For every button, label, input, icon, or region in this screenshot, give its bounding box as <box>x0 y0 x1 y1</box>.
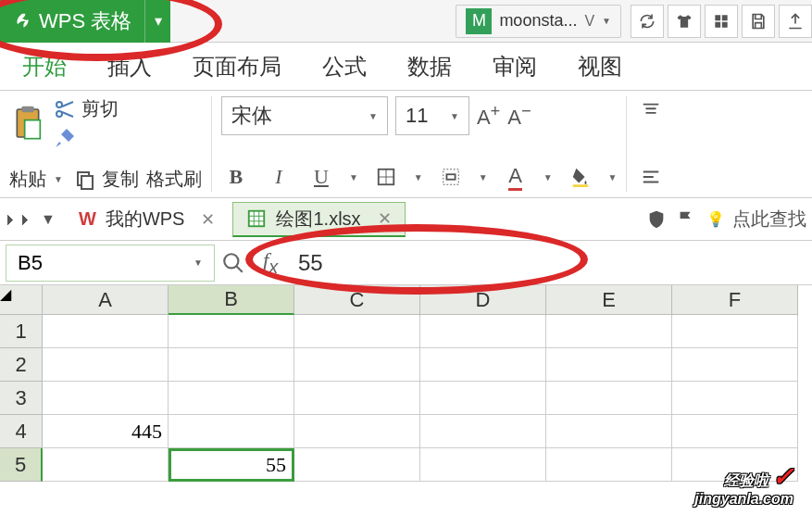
user-name: moonsta... <box>499 11 577 31</box>
tab-insert[interactable]: 插入 <box>107 48 152 85</box>
cell[interactable] <box>294 448 420 482</box>
cell[interactable] <box>420 382 546 415</box>
cell[interactable] <box>420 348 546 382</box>
group-font: 宋体▼ 11▼ A+ A− B I U ▼ ▼ ▼ A ▼ ▼ <box>212 96 628 192</box>
row-header-4[interactable]: 4 <box>0 415 43 448</box>
increase-font-button[interactable]: A+ <box>477 101 500 130</box>
cut-button[interactable]: 剪切 <box>54 96 119 121</box>
underline-button[interactable]: U <box>306 162 336 192</box>
group-clipboard: 剪切 粘贴 ▼ 复制 格式刷 <box>0 96 212 192</box>
cell[interactable] <box>169 315 294 348</box>
close-icon[interactable]: ✕ <box>378 208 392 229</box>
tab-data[interactable]: 数据 <box>407 48 452 85</box>
grid-icon[interactable] <box>705 5 738 38</box>
bold-button[interactable]: B <box>221 162 251 192</box>
col-header-f[interactable]: F <box>672 285 798 315</box>
formula-value[interactable]: 55 <box>289 250 323 276</box>
font-size-select[interactable]: 11▼ <box>395 96 469 135</box>
cell[interactable] <box>546 348 672 382</box>
fx-icon[interactable]: fx <box>252 245 289 282</box>
format-painter-label: 格式刷 <box>146 167 202 192</box>
font-color-button[interactable]: A <box>501 162 531 192</box>
col-header-b[interactable]: B <box>169 285 294 315</box>
align-top-button[interactable] <box>636 96 666 126</box>
search-hint[interactable]: 点此查找 <box>732 207 806 232</box>
cell[interactable] <box>672 415 798 448</box>
font-select[interactable]: 宋体▼ <box>221 96 388 135</box>
name-box[interactable]: B5 ▼ <box>6 245 215 282</box>
bulb-icon: 💡 <box>703 207 729 232</box>
cell[interactable] <box>672 382 798 415</box>
app-dropdown[interactable]: ▾ <box>144 0 170 43</box>
col-header-a[interactable]: A <box>43 285 169 315</box>
tab-review[interactable]: 审阅 <box>493 48 537 85</box>
zoom-icon[interactable] <box>215 245 252 282</box>
row-header-5[interactable]: 5 <box>0 448 43 482</box>
row-header-2[interactable]: 2 <box>0 348 43 382</box>
col-header-e[interactable]: E <box>546 285 672 315</box>
app-name: WPS 表格 <box>39 7 131 35</box>
cell[interactable] <box>43 348 169 382</box>
merge-button[interactable] <box>436 162 466 192</box>
border-button[interactable] <box>371 162 401 192</box>
paste-label: 粘贴 <box>9 167 46 192</box>
fill-color-button[interactable] <box>566 162 595 192</box>
cell[interactable] <box>169 382 294 415</box>
flag-icon[interactable] <box>673 207 699 232</box>
cell[interactable] <box>672 348 798 382</box>
col-header-d[interactable]: D <box>420 285 546 315</box>
tab-file-active[interactable]: 绘图1.xlsx ✕ <box>232 202 405 237</box>
tab-formula[interactable]: 公式 <box>322 48 367 85</box>
watermark: 经验啦 ✓ jingyanla.com <box>694 463 793 508</box>
tab-nav-dropdown[interactable]: ▼ <box>35 207 61 232</box>
cell[interactable] <box>43 382 169 415</box>
save-icon[interactable] <box>742 5 775 38</box>
wps-leaf-icon <box>13 12 31 31</box>
shirt-icon[interactable] <box>668 5 701 38</box>
shield-icon[interactable] <box>643 207 669 232</box>
cell[interactable] <box>43 315 169 348</box>
tab-layout[interactable]: 页面布局 <box>193 48 281 85</box>
tab-start[interactable]: 开始 <box>22 48 67 85</box>
tab-mywps[interactable]: W 我的WPS ✕ <box>65 202 229 237</box>
tab-view[interactable]: 视图 <box>578 48 622 85</box>
align-left-button[interactable] <box>636 162 666 192</box>
cell[interactable] <box>672 315 798 348</box>
cell[interactable] <box>546 382 672 415</box>
cell[interactable] <box>546 448 672 482</box>
copy-button[interactable]: 复制 <box>74 167 139 192</box>
cell[interactable] <box>420 448 546 482</box>
italic-button[interactable]: I <box>264 162 294 192</box>
cell[interactable] <box>43 448 169 482</box>
col-header-c[interactable]: C <box>294 285 420 315</box>
chevron-down-icon: ▼ <box>602 16 611 26</box>
app-name-badge[interactable]: WPS 表格 <box>0 0 144 43</box>
cell[interactable] <box>294 348 420 382</box>
upload-icon[interactable] <box>779 5 812 38</box>
format-painter-button[interactable] <box>54 127 119 149</box>
cell[interactable] <box>546 315 672 348</box>
cell[interactable] <box>546 415 672 448</box>
paste-button[interactable] <box>9 105 46 142</box>
cell-b5-active[interactable]: 55 <box>169 448 294 482</box>
row-header-1[interactable]: 1 <box>0 315 43 348</box>
cell[interactable] <box>169 415 294 448</box>
sync-icon[interactable] <box>631 5 664 38</box>
cell[interactable] <box>294 382 420 415</box>
row-header-3[interactable]: 3 <box>0 382 43 415</box>
chevron-down-icon: ▼ <box>54 174 63 184</box>
cell[interactable] <box>420 415 546 448</box>
cell[interactable] <box>420 315 546 348</box>
user-chip[interactable]: M moonsta... V ▼ <box>456 5 621 38</box>
svg-rect-2 <box>25 119 41 138</box>
tab-nav-left[interactable]: ⏵⏵ <box>6 207 31 232</box>
cell[interactable] <box>294 315 420 348</box>
close-icon[interactable]: ✕ <box>201 209 215 230</box>
cell-a4[interactable]: 445 <box>43 415 169 448</box>
select-all-corner[interactable]: ◢ <box>0 285 43 315</box>
svg-rect-9 <box>446 174 455 180</box>
menu-tabs: 开始 插入 页面布局 公式 数据 审阅 视图 <box>0 43 812 91</box>
cell[interactable] <box>294 415 420 448</box>
cell[interactable] <box>169 348 294 382</box>
decrease-font-button[interactable]: A− <box>507 101 531 130</box>
